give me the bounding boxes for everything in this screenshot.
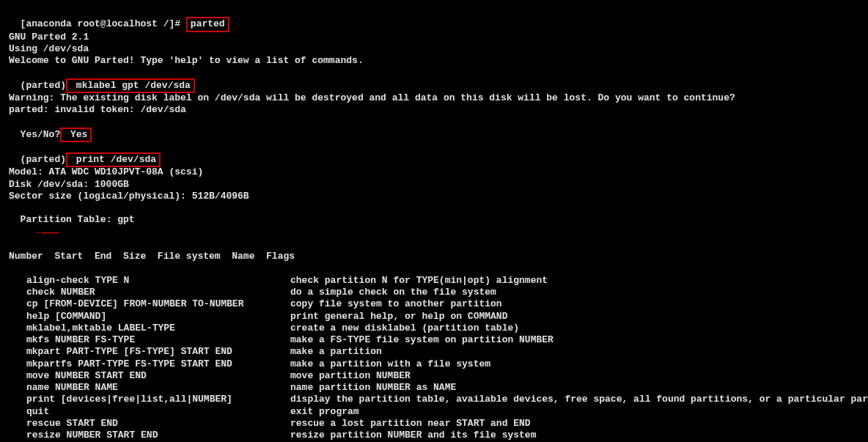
- help-command: mkfs NUMBER FS-TYPE: [9, 334, 290, 346]
- help-row: mkpartfs PART-TYPE FS-TYPE START ENDmake…: [9, 358, 859, 370]
- help-command: help [COMMAND]: [9, 311, 290, 323]
- help-row: quitexit program: [9, 406, 859, 418]
- parted-prompt: (parted): [21, 154, 66, 165]
- help-command: mklabel,mktable LABEL-TYPE: [9, 323, 290, 334]
- help-row: help [COMMAND]print general help, or hel…: [9, 311, 859, 323]
- disk-ptable: Partition Table: gpt: [21, 214, 135, 225]
- highlight-answer-yes: Yes: [60, 128, 92, 142]
- help-command: cp [FROM-DEVICE] FROM-NUMBER TO-NUMBER: [9, 298, 290, 310]
- disk-model: Model: ATA WDC WD10JPVT-08A (scsi): [9, 166, 859, 178]
- help-row: mkfs NUMBER FS-TYPEmake a FS-TYPE file s…: [9, 334, 859, 346]
- parted-warning: Warning: The existing disk label on /dev…: [9, 92, 859, 104]
- answer-yes: Yes: [65, 129, 87, 140]
- parted-print-line: (parted) print /dev/sda: [9, 141, 859, 167]
- arrow-annotation: ←———: [21, 226, 59, 240]
- help-row: check NUMBERdo a simple check on the fil…: [9, 287, 859, 298]
- help-row: name NUMBER NAMEname partition NUMBER as…: [9, 382, 859, 394]
- help-description: print general help, or help on COMMAND: [290, 311, 859, 323]
- yesno-prompt: Yes/No?: [21, 129, 61, 140]
- help-description: do a simple check on the file system: [290, 287, 859, 298]
- disk-size: Disk /dev/sda: 1000GB: [9, 179, 859, 191]
- cmd-mklabel: mklabel gpt /dev/sda: [70, 80, 191, 91]
- parted-version: GNU Parted 2.1: [9, 32, 859, 43]
- help-description: resize partition NUMBER and its file sys…: [290, 430, 859, 441]
- help-command: mkpartfs PART-TYPE FS-TYPE START END: [9, 358, 290, 370]
- help-description: make a FS-TYPE file system on partition …: [290, 334, 859, 346]
- help-command: mkpart PART-TYPE [FS-TYPE] START END: [9, 346, 290, 358]
- help-row: move NUMBER START ENDmove partition NUMB…: [9, 370, 859, 382]
- help-description: rescue a lost partition near START and E…: [290, 418, 859, 430]
- help-command: check NUMBER: [9, 287, 290, 298]
- partition-header: Number Start End Size File system Name F…: [9, 251, 859, 262]
- help-command: name NUMBER NAME: [9, 382, 290, 394]
- help-command: rescue START END: [9, 418, 290, 430]
- highlight-cmd-parted: parted: [186, 17, 229, 32]
- help-command: quit: [9, 406, 290, 418]
- help-description: exit program: [290, 406, 859, 418]
- help-description: move partition NUMBER: [290, 370, 859, 382]
- highlight-cmd-mklabel: mklabel gpt /dev/sda: [66, 78, 195, 93]
- parted-invalid-token: parted: invalid token: /dev/sda: [9, 104, 859, 116]
- help-description: check partition N for TYPE(min|opt) alig…: [290, 275, 859, 287]
- parted-welcome: Welcome to GNU Parted! Type 'help' to vi…: [9, 55, 859, 67]
- parted-mklabel-line: (parted) mklabel gpt /dev/sda: [9, 67, 859, 92]
- disk-ptable-line: Partition Table: gpt ←———: [9, 202, 859, 239]
- help-row: mkpart PART-TYPE [FS-TYPE] START ENDmake…: [9, 346, 859, 358]
- shell-prompt-line: [anaconda root@localhost /]# parted: [9, 6, 859, 32]
- parted-using: Using /dev/sda: [9, 43, 859, 55]
- help-description: make a partition with a file system: [290, 358, 859, 370]
- help-command: align-check TYPE N: [9, 275, 290, 287]
- help-description: create a new disklabel (partition table): [290, 323, 859, 334]
- help-description: make a partition: [290, 346, 859, 358]
- cmd-parted: parted: [191, 18, 225, 29]
- help-table: align-check TYPE Ncheck partition N for …: [9, 275, 859, 442]
- help-row: mklabel,mktable LABEL-TYPEcreate a new d…: [9, 323, 859, 334]
- help-description: display the partition table, available d…: [290, 394, 868, 405]
- help-row: print [devices|free|list,all|NUMBER]disp…: [9, 394, 859, 405]
- help-command: print [devices|free|list,all|NUMBER]: [9, 394, 290, 405]
- help-description: copy file system to another partition: [290, 298, 859, 310]
- blank-line: [9, 263, 859, 275]
- shell-prompt: [anaconda root@localhost /]#: [21, 18, 186, 29]
- help-command: move NUMBER START END: [9, 370, 290, 382]
- blank-line: [9, 239, 859, 251]
- parted-yesno-line: Yes/No? Yes: [9, 116, 859, 141]
- help-row: align-check TYPE Ncheck partition N for …: [9, 275, 859, 287]
- help-row: cp [FROM-DEVICE] FROM-NUMBER TO-NUMBERco…: [9, 298, 859, 310]
- parted-prompt: (parted): [21, 80, 66, 91]
- help-command: resize NUMBER START END: [9, 430, 290, 441]
- help-row: rescue START ENDrescue a lost partition …: [9, 418, 859, 430]
- highlight-cmd-print: print /dev/sda: [66, 152, 161, 167]
- cmd-print: print /dev/sda: [70, 154, 156, 165]
- help-row: resize NUMBER START ENDresize partition …: [9, 430, 859, 441]
- help-description: name partition NUMBER as NAME: [290, 382, 859, 394]
- disk-sector: Sector size (logical/physical): 512B/409…: [9, 191, 859, 202]
